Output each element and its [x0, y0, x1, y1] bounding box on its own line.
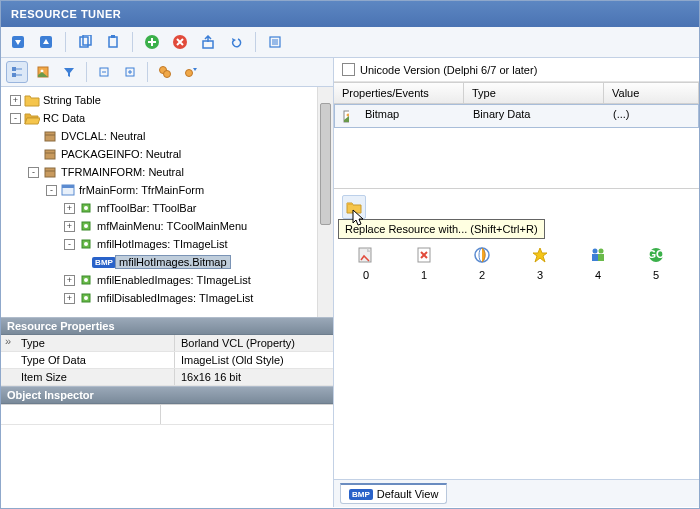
tree-toggle[interactable]: - [28, 167, 39, 178]
tree-item[interactable]: DVCLAL: Neutral [7, 127, 327, 145]
tree-label[interactable]: DVCLAL: Neutral [61, 130, 145, 142]
col-value[interactable]: Value [604, 83, 699, 103]
unicode-checkbox[interactable] [342, 63, 355, 76]
tree-label[interactable]: TFRMAINFORM: Neutral [61, 166, 184, 178]
svg-text:GO: GO [647, 248, 665, 260]
imagelist-icon [414, 245, 434, 265]
resource-properties-header: Resource Properties [1, 317, 333, 335]
tree-label[interactable]: String Table [43, 94, 101, 106]
imagelist-item[interactable]: 4 [588, 245, 608, 281]
property-row[interactable]: »TypeBorland VCL (Property) [1, 335, 333, 352]
svg-rect-13 [12, 67, 16, 71]
expand-button[interactable] [119, 61, 141, 83]
tree-label[interactable]: mfToolBar: TToolBar [97, 202, 196, 214]
tree-item[interactable]: -frMainForm: TfrMainForm [7, 181, 327, 199]
imagelist-index: 2 [479, 269, 485, 281]
tree-toggle[interactable]: - [64, 239, 75, 250]
col-properties[interactable]: Properties/Events [334, 83, 464, 103]
imagelist-index: 1 [421, 269, 427, 281]
copy-button[interactable] [74, 31, 96, 53]
svg-rect-53 [592, 254, 598, 261]
collapse-button[interactable] [93, 61, 115, 83]
tree-item[interactable]: -RC Data [7, 109, 327, 127]
prop-value: 16x16 16 bit [175, 369, 333, 385]
tree-item[interactable]: +mfilDisabledImages: TImageList [7, 289, 327, 307]
form-icon [60, 182, 76, 198]
tree-toggle[interactable]: + [64, 203, 75, 214]
tree-label[interactable]: frMainForm: TfrMainForm [79, 184, 204, 196]
right-pane: Unicode Version (Delphi 6/7 or later) Pr… [334, 58, 699, 507]
folder-icon [24, 92, 40, 108]
cell-type: Binary Data [465, 105, 605, 127]
svg-point-44 [84, 296, 88, 300]
tab-default-view[interactable]: BMP Default View [340, 483, 447, 504]
imagelist-item[interactable]: 0 [356, 245, 376, 281]
tree-label[interactable]: mfilEnabledImages: TImageList [97, 274, 251, 286]
arrow-down-button[interactable] [7, 31, 29, 53]
object-inspector-header: Object Inspector [1, 386, 333, 404]
resource-properties-grid[interactable]: »TypeBorland VCL (Property)Type Of DataI… [1, 335, 333, 386]
list-button[interactable] [264, 31, 286, 53]
imagelist-index: 4 [595, 269, 601, 281]
tree-toggle[interactable]: + [10, 95, 21, 106]
tree-label[interactable]: mfilHotImages: TImageList [97, 238, 228, 250]
property-row-bitmap[interactable]: Bitmap Binary Data (...) [334, 104, 699, 128]
col-type[interactable]: Type [464, 83, 604, 103]
imagelist-index: 3 [537, 269, 543, 281]
comp-green-icon [78, 200, 94, 216]
tree-toggle[interactable]: - [46, 185, 57, 196]
imagelist-icon [530, 245, 550, 265]
prop-name: Item Size [15, 369, 175, 385]
tree-toggle[interactable]: + [64, 275, 75, 286]
tree-label[interactable]: PACKAGEINFO: Neutral [61, 148, 181, 160]
tree-scrollbar[interactable] [317, 87, 333, 317]
image-view-button[interactable] [32, 61, 54, 83]
tree-item[interactable]: -TFRMAINFORM: Neutral [7, 163, 327, 181]
search-button[interactable] [154, 61, 176, 83]
tree-toggle[interactable]: + [64, 293, 75, 304]
tree-container[interactable]: +String Table-RC DataDVCLAL: NeutralPACK… [1, 87, 333, 317]
main-toolbar [1, 27, 699, 58]
tree-label[interactable]: mfMainMenu: TCoolMainMenu [97, 220, 247, 232]
imagelist-item[interactable]: 3 [530, 245, 550, 281]
paste-button[interactable] [102, 31, 124, 53]
tree-toggle [28, 149, 39, 160]
imagelist-icon [472, 245, 492, 265]
bmp-tag-icon: BMP [349, 489, 373, 500]
imagelist-icon [588, 245, 608, 265]
tree-item[interactable]: PACKAGEINFO: Neutral [7, 145, 327, 163]
add-button[interactable] [141, 31, 163, 53]
export-button[interactable] [197, 31, 219, 53]
arrow-up-button[interactable] [35, 31, 57, 53]
tree-toggle[interactable]: + [64, 221, 75, 232]
svg-rect-29 [45, 150, 55, 159]
tree-item[interactable]: +mfMainMenu: TCoolMainMenu [7, 217, 327, 235]
tree-item[interactable]: +mfToolBar: TToolBar [7, 199, 327, 217]
search-next-button[interactable] [180, 61, 202, 83]
remove-button[interactable] [169, 31, 191, 53]
bmp-icon: BMP [96, 254, 112, 270]
replace-resource-button[interactable] [342, 195, 366, 219]
comp-green-icon [78, 236, 94, 252]
tree-item[interactable]: BMPmfilHotImages.Bitmap [7, 253, 327, 271]
tree-label[interactable]: mfilHotImages.Bitmap [115, 255, 231, 269]
tree-item[interactable]: +String Table [7, 91, 327, 109]
comp-green-icon [78, 218, 94, 234]
tree-label[interactable]: RC Data [43, 112, 85, 124]
undo-button[interactable] [225, 31, 247, 53]
tooltip: Replace Resource with... (Shift+Ctrl+R) [338, 219, 545, 239]
filter-button[interactable] [58, 61, 80, 83]
object-inspector-body[interactable] [1, 404, 333, 507]
imagelist-item[interactable]: GO5 [646, 245, 666, 281]
tree-item[interactable]: +mfilEnabledImages: TImageList [7, 271, 327, 289]
property-row[interactable]: Item Size16x16 16 bit [1, 369, 333, 386]
svg-point-25 [164, 71, 171, 78]
tree-toggle[interactable]: - [10, 113, 21, 124]
tree-item[interactable]: -mfilHotImages: TImageList [7, 235, 327, 253]
imagelist-item[interactable]: 2 [472, 245, 492, 281]
imagelist-item[interactable]: 1 [414, 245, 434, 281]
property-row[interactable]: Type Of DataImageList (Old Style) [1, 352, 333, 369]
tree-view-button[interactable] [6, 61, 28, 83]
tree-label[interactable]: mfilDisabledImages: TImageList [97, 292, 253, 304]
cell-value: (...) [605, 105, 698, 127]
